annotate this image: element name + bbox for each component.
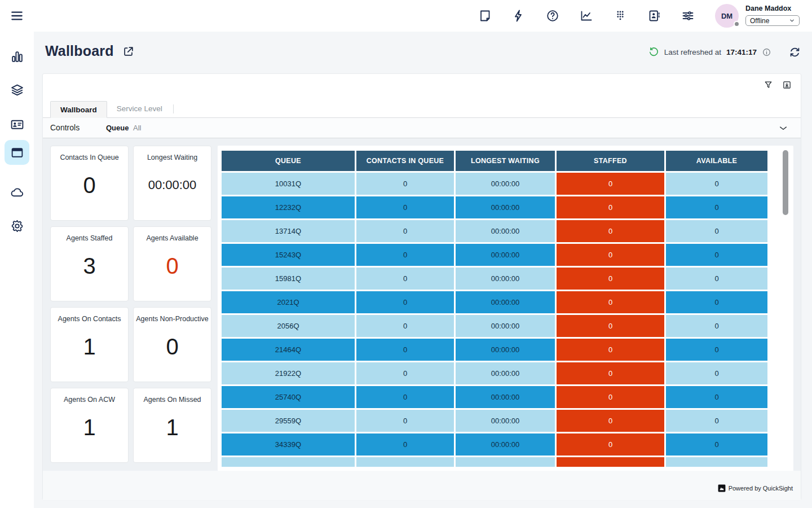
sidebar-item-cloud[interactable] bbox=[5, 179, 29, 204]
table-cell: 2021Q bbox=[222, 291, 355, 313]
table-header-cell: LONGEST WAITING bbox=[456, 151, 555, 171]
table-cell: 00:00:00 bbox=[456, 196, 555, 218]
layers-icon bbox=[10, 83, 24, 97]
kpi-label: Longest Waiting bbox=[147, 154, 197, 161]
kpi-card: Agents Staffed3 bbox=[50, 226, 129, 301]
dialpad-icon[interactable] bbox=[614, 9, 627, 23]
table-row: 13714Q000:00:0000 bbox=[222, 220, 771, 242]
queue-table-tile: QUEUECONTACTS IN QUEUELONGEST WAITINGSTA… bbox=[218, 146, 793, 471]
kpi-value: 1 bbox=[83, 404, 95, 462]
table-cell bbox=[557, 457, 664, 467]
sidebar-item-flows[interactable] bbox=[5, 77, 29, 102]
table-cell: 0 bbox=[356, 291, 454, 313]
avatar[interactable]: DM bbox=[715, 4, 739, 28]
bar-chart-icon bbox=[10, 50, 24, 64]
filter-icon[interactable] bbox=[764, 80, 773, 90]
cloud-icon bbox=[10, 185, 24, 199]
gear-icon bbox=[10, 219, 24, 233]
table-cell: 2056Q bbox=[222, 315, 355, 337]
sidebar-item-settings[interactable] bbox=[5, 213, 29, 238]
table-cell: 0 bbox=[557, 339, 664, 361]
table-row: 29559Q000:00:0000 bbox=[222, 410, 771, 432]
table-header-cell: QUEUE bbox=[222, 151, 355, 171]
table-cell: 0 bbox=[557, 173, 664, 195]
topbar: DM Dane Maddox Offline bbox=[0, 0, 812, 32]
dashboard-card: Wallboard Service Level Controls Queue A… bbox=[42, 73, 801, 500]
kpi-card: Longest Waiting00:00:00 bbox=[133, 146, 211, 221]
kpi-value: 00:00:00 bbox=[148, 161, 197, 220]
table-cell: 0 bbox=[356, 410, 454, 432]
powered-by-text: Powered by QuickSight bbox=[729, 485, 793, 492]
table-cell: 0 bbox=[557, 315, 664, 337]
kpi-value: 0 bbox=[166, 323, 178, 382]
table-cell bbox=[666, 457, 767, 467]
table-scrollbar[interactable] bbox=[783, 150, 788, 466]
kpi-label: Agents Non-Productive bbox=[136, 315, 209, 323]
kpi-label: Agents Staffed bbox=[67, 234, 113, 242]
table-cell bbox=[456, 457, 555, 467]
sidebar-item-metrics[interactable] bbox=[5, 44, 29, 69]
quick-actions-icon[interactable] bbox=[512, 9, 526, 23]
metrics-icon[interactable] bbox=[580, 9, 593, 23]
controls-title: Controls bbox=[50, 123, 80, 132]
table-cell: 0 bbox=[666, 339, 767, 361]
table-cell: 29559Q bbox=[222, 410, 355, 432]
table-row: 12232Q000:00:0000 bbox=[222, 196, 771, 218]
table-cell: 12232Q bbox=[222, 196, 355, 218]
dashboard-sheet: Contacts In Queue0Longest Waiting00:00:0… bbox=[43, 138, 801, 471]
history-icon bbox=[648, 47, 659, 58]
controls-collapse-icon[interactable] bbox=[778, 123, 788, 133]
table-cell: 21464Q bbox=[222, 339, 355, 361]
table-cell: 0 bbox=[557, 433, 664, 456]
status-select-value: Offline bbox=[750, 17, 769, 25]
last-refreshed-label: Last refreshed at bbox=[664, 48, 721, 56]
table-cell: 0 bbox=[666, 315, 767, 337]
table-header-row: QUEUECONTACTS IN QUEUELONGEST WAITINGSTA… bbox=[222, 151, 771, 171]
table-cell: 0 bbox=[557, 291, 664, 313]
table-cell: 00:00:00 bbox=[456, 339, 555, 361]
kpi-card: Contacts In Queue0 bbox=[50, 146, 129, 221]
refresh-status: Last refreshed at 17:41:17 bbox=[648, 46, 801, 58]
page-title: Wallboard bbox=[45, 43, 114, 59]
table-cell: 0 bbox=[666, 386, 767, 408]
contacts-icon[interactable] bbox=[647, 9, 661, 23]
notes-icon[interactable] bbox=[478, 9, 492, 23]
table-cell: 0 bbox=[666, 244, 767, 266]
table-scroll-thumb[interactable] bbox=[783, 150, 788, 215]
sidebar-item-users[interactable] bbox=[5, 112, 29, 137]
table-cell: 34339Q bbox=[222, 433, 355, 456]
export-icon[interactable] bbox=[782, 80, 792, 90]
table-cell: 15981Q bbox=[222, 268, 355, 290]
sidebar bbox=[0, 0, 34, 508]
kpi-label: Agents On Missed bbox=[143, 396, 201, 404]
kpi-value: 1 bbox=[166, 404, 178, 462]
external-link-icon[interactable] bbox=[122, 45, 135, 58]
help-icon[interactable] bbox=[546, 9, 559, 23]
table-cell: 0 bbox=[356, 220, 454, 242]
browser-window-icon bbox=[10, 146, 24, 160]
table-cell: 00:00:00 bbox=[456, 410, 555, 432]
table-cell: 0 bbox=[356, 433, 454, 456]
table-cell bbox=[356, 457, 454, 467]
refresh-button[interactable] bbox=[789, 46, 801, 58]
table-cell: 00:00:00 bbox=[456, 291, 555, 313]
table-cell: 00:00:00 bbox=[456, 268, 555, 290]
queue-filter-value[interactable]: All bbox=[133, 124, 141, 132]
status-select[interactable]: Offline bbox=[745, 15, 800, 26]
kpi-card: Agents On Contacts1 bbox=[50, 307, 129, 382]
kpi-value: 1 bbox=[83, 323, 95, 382]
kpi-value: 3 bbox=[83, 242, 95, 301]
menu-icon[interactable] bbox=[10, 8, 24, 23]
table-cell: 0 bbox=[356, 173, 454, 195]
tab-service-level[interactable]: Service Level bbox=[107, 100, 172, 117]
sidebar-item-dashboards[interactable] bbox=[5, 140, 29, 165]
settings-sliders-icon[interactable] bbox=[681, 9, 695, 23]
chevron-down-icon bbox=[789, 17, 795, 24]
table-cell: 21922Q bbox=[222, 362, 355, 384]
main-content: Wallboard Last refreshed at 17:41:17 bbox=[34, 32, 812, 508]
tab-wallboard[interactable]: Wallboard bbox=[50, 101, 107, 118]
info-icon[interactable] bbox=[762, 47, 771, 57]
table-cell: 00:00:00 bbox=[456, 173, 555, 195]
table-row: 21464Q000:00:0000 bbox=[222, 339, 771, 361]
table-cell: 00:00:00 bbox=[456, 244, 555, 266]
